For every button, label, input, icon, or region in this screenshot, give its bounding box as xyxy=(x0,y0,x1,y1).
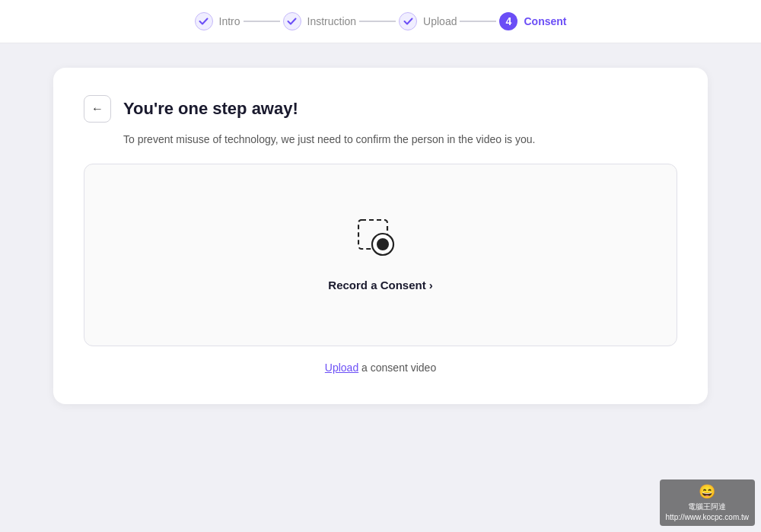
step-upload-icon xyxy=(399,12,417,30)
step-intro-icon xyxy=(195,12,213,30)
step-intro: Intro xyxy=(195,12,240,30)
step-consent-icon: 4 xyxy=(499,12,517,30)
back-button[interactable]: ← xyxy=(84,95,111,123)
chevron-right-icon: › xyxy=(429,279,433,291)
svg-point-2 xyxy=(377,238,389,250)
upload-link[interactable]: Upload xyxy=(325,362,358,374)
main-content: ← You're one step away! To prevent misus… xyxy=(0,43,761,428)
card-title: You're one step away! xyxy=(123,99,298,119)
card-header: ← You're one step away! xyxy=(84,95,677,123)
step-instruction-icon xyxy=(283,12,301,30)
record-area[interactable]: Record a Consent › xyxy=(84,164,677,346)
record-action-label[interactable]: Record a Consent › xyxy=(328,279,432,291)
step-consent: 4 Consent xyxy=(499,12,566,30)
record-icon-wrapper xyxy=(358,219,403,265)
step-upload-label: Upload xyxy=(423,15,457,27)
step-connector-2 xyxy=(359,21,396,22)
consent-card: ← You're one step away! To prevent misus… xyxy=(53,68,708,404)
card-subtitle: To prevent misuse of technology, we just… xyxy=(123,133,677,145)
step-instruction-label: Instruction xyxy=(307,15,357,27)
step-intro-label: Intro xyxy=(219,15,240,27)
step-connector-3 xyxy=(460,21,496,22)
stepper-header: Intro Instruction Upload 4 Consent xyxy=(0,0,761,43)
step-instruction: Instruction xyxy=(283,12,357,30)
step-consent-label: Consent xyxy=(524,15,566,27)
record-icon xyxy=(358,219,403,262)
step-connector-1 xyxy=(244,21,280,22)
upload-link-row: Upload a consent video xyxy=(84,362,677,374)
step-upload: Upload xyxy=(399,12,457,30)
upload-text-body: a consent video xyxy=(361,362,436,374)
watermark: 😄 電腦王阿達 http://www.kocpc.com.tw xyxy=(660,479,755,526)
